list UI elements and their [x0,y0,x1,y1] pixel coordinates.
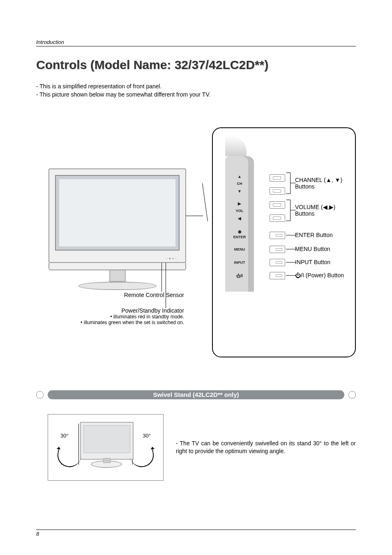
mini-stand [91,461,122,468]
intro-line: - This is a simplified representation of… [36,83,356,91]
swivel-arc-right-icon [129,447,155,469]
pill-cap-icon [348,391,356,398]
channel-buttons-label: CHANNEL (▲, ▼) Buttons [295,177,353,190]
manual-page: Introduction Controls (Model Name: 32/37… [0,0,392,555]
enter-dot-icon: ◉ [225,229,254,234]
ch-up-icon: ▲ [225,174,254,179]
swivel-description: - The TV can be conveniently swivelled o… [176,440,356,455]
pill-cap-icon [36,391,44,398]
enter-button-label: ENTER Button [295,232,353,238]
vol-label: VOL [225,209,254,213]
vol-left-button [270,214,285,222]
front-panel-diagram: ○ ■ ● ○ Remote Control Sensor Power/Stan… [36,127,356,366]
ch-down-icon: ▼ [225,189,254,193]
leader-line [186,216,203,216]
intro-line: - This picture shown below may be somewh… [36,91,356,99]
power-icon: ⏻/I [225,274,254,278]
mini-tv-illustration [80,422,134,460]
input-button-label: INPUT Button [295,259,353,265]
controls-callout: ▲ CH ▼ ▶ VOL ◀ ◉ ENTER MENU INPUT ⏻/I [212,127,356,357]
tv-screen [55,175,180,251]
vol-left-icon: ◀ [225,216,254,221]
intro-text: - This is a simplified representation of… [36,83,356,99]
tv-bezel: ○ ■ ● ○ [48,168,186,263]
power-button [270,272,285,279]
swivel-body: 30° 30° - The TV can be conveniently swi… [36,414,356,481]
page-title: Controls (Model Name: 32/37/42LC2D**) [36,58,356,72]
vol-right-icon: ▶ [225,201,254,206]
vol-right-button [270,201,285,209]
leader-line [286,249,296,249]
section-header: Introduction [36,39,356,46]
tv-chin-indicators: ○ ■ ● ○ [166,257,178,260]
degree-right-label: 30° [143,433,151,439]
volume-buttons-label: VOLUME (◀,▶) Buttons [295,204,353,217]
enter-label: ENTER [225,235,254,239]
enter-button [270,232,285,239]
section-header-row: Swivel Stand (42LC2D** only) [36,390,356,399]
page-number: 8 [36,531,39,537]
power-indicator-label: Power/Standby Indicator [36,307,184,314]
ch-down-button [270,187,285,195]
leader-line [161,263,162,292]
swivel-arc-left-icon [56,447,82,469]
tv-neck [109,270,126,282]
leader-line [286,275,296,276]
page-footer: 8 [36,530,356,537]
tv-stand [78,282,157,290]
ch-up-button [270,174,285,182]
power-button-label: ⏻/I (Power) Button [295,272,353,279]
ch-label: CH [225,182,254,186]
degree-left-label: 30° [60,433,69,439]
input-label: INPUT [225,260,254,265]
menu-button [270,246,285,253]
remote-sensor-label: Remote Control Sensor [36,292,184,298]
leader-line [286,262,296,263]
menu-label: MENU [225,247,254,251]
tv-annotation-labels: Remote Control Sensor Power/Standby Indi… [36,292,188,325]
input-button [270,259,285,266]
bracket [286,200,291,221]
swivel-figure: 30° 30° [48,414,164,481]
control-strip: ▲ CH ▼ ▶ VOL ◀ ◉ ENTER MENU INPUT ⏻/I [225,156,254,292]
menu-button-label: MENU Button [295,246,353,252]
swivel-stand-section: Swivel Stand (42LC2D** only) 30° 30° - T… [36,390,356,481]
power-indicator-note: • illuminates red in standby mode. [36,314,184,320]
leader-line [286,235,296,235]
swivel-header: Swivel Stand (42LC2D** only) [48,390,344,399]
power-indicator-note: • illuminates green when the set is swit… [36,320,184,325]
bracket [286,173,291,194]
